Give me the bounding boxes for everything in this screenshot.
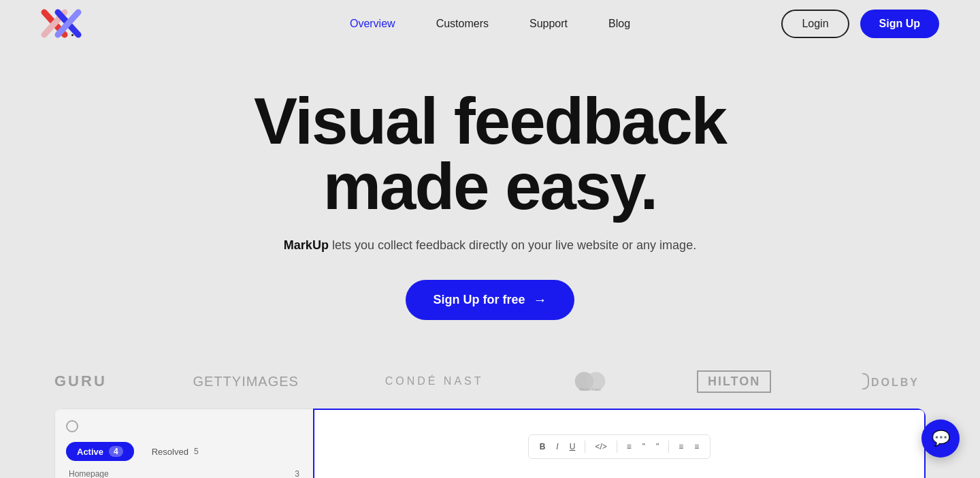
toolbar-quote-open[interactable]: ": [640, 441, 648, 453]
nav-links: Overview Customers Support Blog: [350, 18, 630, 30]
toolbar-quote-close[interactable]: ": [653, 441, 662, 453]
signup-nav-button[interactable]: Sign Up: [860, 10, 939, 38]
navbar: . Overview Customers Support Blog Login …: [0, 0, 980, 48]
hero-section: Visual feedback made easy. MarkUp lets y…: [0, 48, 980, 347]
nav-actions: Login Sign Up: [781, 10, 939, 38]
toolbar-divider-2: [617, 441, 617, 453]
tab-active[interactable]: Active 4: [66, 442, 134, 461]
svg-rect-9: [858, 374, 863, 389]
toolbar-align-right[interactable]: ≡: [691, 441, 702, 453]
logo-getty: gettyimages: [193, 374, 298, 389]
logo-guru: GURU: [54, 372, 107, 390]
logo-hilton: Hilton: [697, 370, 771, 393]
tab-resolved[interactable]: Resolved 5: [141, 442, 210, 461]
toolbar-code[interactable]: </>: [592, 441, 609, 453]
nav-item-support[interactable]: Support: [529, 18, 568, 30]
login-button[interactable]: Login: [781, 10, 849, 38]
ui-search-area: [66, 420, 302, 432]
svg-text:MasterCard: MasterCard: [580, 387, 601, 392]
toolbar-italic[interactable]: I: [553, 441, 561, 453]
chat-button[interactable]: 💬: [921, 419, 960, 458]
logo-mastercard: MasterCard: [570, 368, 610, 395]
ui-right-panel: B I U </> ≡ " " ≡ ≡: [313, 409, 926, 478]
toolbar-divider-1: [585, 441, 585, 453]
logo[interactable]: .: [41, 9, 82, 39]
logo-dolby: DOLBY: [858, 371, 926, 392]
chat-icon: 💬: [932, 430, 950, 447]
mastercard-icon: MasterCard: [570, 368, 610, 395]
cta-arrow-icon: →: [534, 292, 547, 308]
svg-text:.: .: [71, 25, 74, 39]
cta-label: Sign Up for free: [433, 293, 525, 307]
toolbar-divider-3: [668, 441, 669, 453]
ui-toolbar: B I U </> ≡ " " ≡ ≡: [528, 434, 711, 459]
hero-subtitle: MarkUp lets you collect feedback directl…: [14, 238, 966, 253]
hero-title: Visual feedback made easy.: [218, 89, 762, 219]
ui-preview: Active 4 Resolved 5 Homepage 3 B I U </>…: [54, 409, 926, 478]
toolbar-bold[interactable]: B: [537, 441, 549, 453]
toolbar-align-left[interactable]: ≡: [676, 441, 686, 453]
toolbar-underline[interactable]: U: [567, 441, 578, 453]
logo-conde-nast: CONDÉ NAST: [385, 375, 484, 387]
ui-homepage-row: Homepage 3: [66, 469, 302, 478]
nav-item-blog[interactable]: Blog: [608, 18, 630, 30]
ui-tabs: Active 4 Resolved 5: [66, 442, 302, 461]
nav-item-customers[interactable]: Customers: [436, 18, 489, 30]
search-icon: [66, 420, 78, 432]
logos-section: GURU gettyimages CONDÉ NAST MasterCard H…: [0, 347, 980, 409]
toolbar-list[interactable]: ≡: [624, 441, 634, 453]
nav-item-overview[interactable]: Overview: [350, 18, 395, 30]
cta-button[interactable]: Sign Up for free →: [406, 280, 574, 320]
svg-text:DOLBY: DOLBY: [871, 377, 919, 388]
ui-left-panel: Active 4 Resolved 5 Homepage 3: [54, 409, 313, 478]
dolby-icon: DOLBY: [858, 371, 926, 392]
